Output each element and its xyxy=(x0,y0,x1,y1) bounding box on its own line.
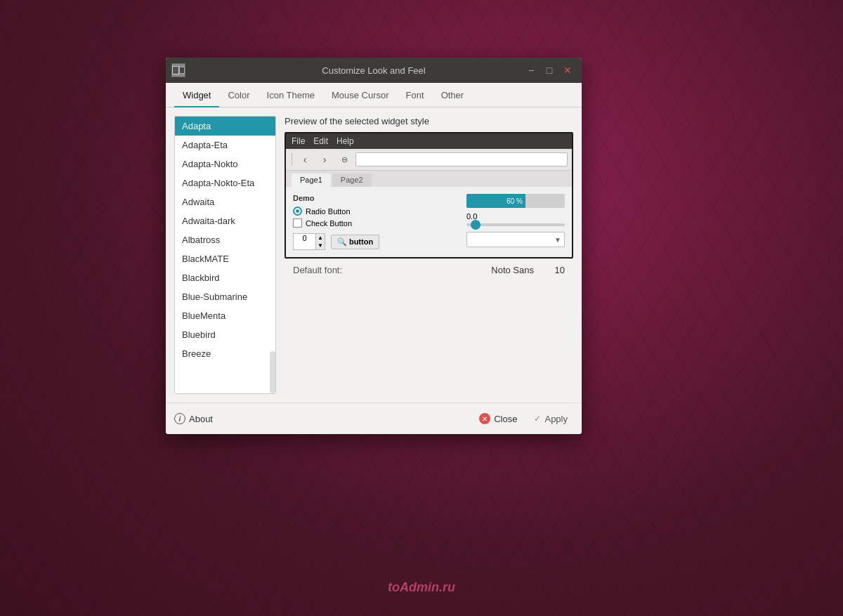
preview-window: File Edit Help ‹ › ⊖ Page1 Page2 xyxy=(285,132,573,258)
list-item[interactable]: Bluebird xyxy=(175,325,275,344)
preview-tabs: Page1 Page2 xyxy=(286,171,572,187)
check-icon: ✓ xyxy=(534,414,541,424)
close-icon: ✕ xyxy=(479,413,490,424)
window-controls: − □ ✕ xyxy=(523,62,576,79)
slider-thumb[interactable] xyxy=(471,220,481,230)
spin-down-button[interactable]: ▼ xyxy=(316,242,325,249)
search-icon: 🔍 xyxy=(337,237,347,247)
list-item[interactable]: BlackMATE xyxy=(175,249,275,268)
demo-label: Demo xyxy=(293,194,458,202)
radio-label: Radio Button xyxy=(306,207,351,216)
spin-up-button[interactable]: ▲ xyxy=(316,234,325,242)
checkbox-indicator xyxy=(293,218,302,228)
tabbar: Widget Color Icon Theme Mouse Cursor Fon… xyxy=(166,83,582,107)
bottom-bar: i About ✕ Close ✓ Apply xyxy=(166,402,582,434)
list-item[interactable]: Adapta-Nokto-Eta xyxy=(175,173,275,192)
forward-button[interactable]: › xyxy=(316,152,333,167)
list-item[interactable]: Adapta-Eta xyxy=(175,136,275,155)
widget-list[interactable]: Adapta Adapta-Eta Adapta-Nokto Adapta-No… xyxy=(174,116,276,394)
toolbar-separator xyxy=(292,153,292,166)
list-item[interactable]: Blackbird xyxy=(175,268,275,287)
tab-widget[interactable]: Widget xyxy=(174,86,219,107)
list-item[interactable]: Albatross xyxy=(175,230,275,249)
slider-value-label: 0.0 xyxy=(466,212,565,221)
radio-indicator xyxy=(293,207,302,216)
checkbox-label: Check Button xyxy=(306,219,352,228)
back-button[interactable]: ‹ xyxy=(296,152,313,167)
preview-area: Preview of the selected widget style Fil… xyxy=(285,116,573,394)
font-default-label: Default font: xyxy=(293,265,491,275)
spin-buttons: ▲ ▼ xyxy=(315,233,325,250)
list-item[interactable]: Breeze xyxy=(175,344,275,363)
preview-tab-page1[interactable]: Page1 xyxy=(292,173,331,187)
progress-bar: 60 % xyxy=(466,194,565,208)
slider-track[interactable] xyxy=(466,223,565,226)
minimize-button[interactable]: − xyxy=(523,62,540,79)
list-item[interactable]: Adwaita xyxy=(175,192,275,211)
list-item[interactable]: Adwaita-dark xyxy=(175,211,275,230)
preview-toolbar: ‹ › ⊖ xyxy=(286,149,572,171)
tab-color[interactable]: Color xyxy=(219,86,258,107)
stop-button[interactable]: ⊖ xyxy=(336,152,353,167)
button-label: button xyxy=(349,237,373,246)
close-label: Close xyxy=(494,414,517,424)
preview-body: Demo Radio Button Check Button xyxy=(286,187,572,257)
tab-font[interactable]: Font xyxy=(398,86,433,107)
preview-left: Demo Radio Button Check Button xyxy=(293,194,458,250)
bottom-right-buttons: ✕ Close ✓ Apply xyxy=(473,410,573,427)
font-size-value: 10 xyxy=(551,265,565,275)
spinbox[interactable]: 0 ▲ ▼ 🔍 button xyxy=(293,233,458,250)
menu-file[interactable]: File xyxy=(292,136,305,146)
radio-fill xyxy=(296,209,299,213)
preview-tab-page2[interactable]: Page2 xyxy=(332,173,372,187)
tab-other[interactable]: Other xyxy=(433,86,473,107)
scrollbar[interactable] xyxy=(270,351,275,393)
about-button[interactable]: i About xyxy=(174,413,213,424)
restore-button[interactable]: □ xyxy=(541,62,558,79)
font-name-value: Noto Sans xyxy=(491,265,534,275)
info-icon: i xyxy=(174,413,185,424)
watermark: toAdmin.ru xyxy=(388,580,455,595)
font-row: Default font: Noto Sans 10 xyxy=(285,258,573,281)
preview-label: Preview of the selected widget style xyxy=(285,116,573,126)
apply-button[interactable]: ✓ Apply xyxy=(528,411,573,427)
progress-fill: 60 % xyxy=(466,194,525,208)
address-bar[interactable] xyxy=(355,152,568,166)
list-item[interactable]: Adapta xyxy=(175,117,275,136)
list-item[interactable]: Blue-Submarine xyxy=(175,287,275,306)
main-window: Customize Look and Feel − □ ✕ Widget Col… xyxy=(166,58,582,434)
list-item[interactable]: BlueMenta xyxy=(175,306,275,325)
spin-value[interactable]: 0 xyxy=(293,233,315,250)
search-button[interactable]: 🔍 button xyxy=(331,235,379,249)
preview-menubar: File Edit Help xyxy=(286,133,572,149)
menu-edit[interactable]: Edit xyxy=(313,136,328,146)
tab-mouse-cursor[interactable]: Mouse Cursor xyxy=(323,86,398,107)
menu-help[interactable]: Help xyxy=(336,136,354,146)
window-close-button[interactable]: ✕ xyxy=(559,62,576,79)
list-item[interactable]: Adapta-Nokto xyxy=(175,155,275,173)
window-icon xyxy=(171,63,185,77)
window-title: Customize Look and Feel xyxy=(322,65,425,76)
dropdown-arrow-icon: ▼ xyxy=(554,236,561,244)
titlebar: Customize Look and Feel − □ ✕ xyxy=(166,58,582,83)
check-button[interactable]: Check Button xyxy=(293,218,458,228)
close-button[interactable]: ✕ Close xyxy=(473,410,523,427)
progress-value: 60 % xyxy=(507,197,523,205)
dropdown[interactable]: ▼ xyxy=(466,232,565,247)
radio-button[interactable]: Radio Button xyxy=(293,207,458,216)
content-area: Adapta Adapta-Eta Adapta-Nokto Adapta-No… xyxy=(166,107,582,402)
about-label: About xyxy=(189,414,213,424)
apply-label: Apply xyxy=(544,414,568,424)
tab-icon-theme[interactable]: Icon Theme xyxy=(259,86,323,107)
preview-right: 60 % 0.0 ▼ xyxy=(466,194,565,250)
